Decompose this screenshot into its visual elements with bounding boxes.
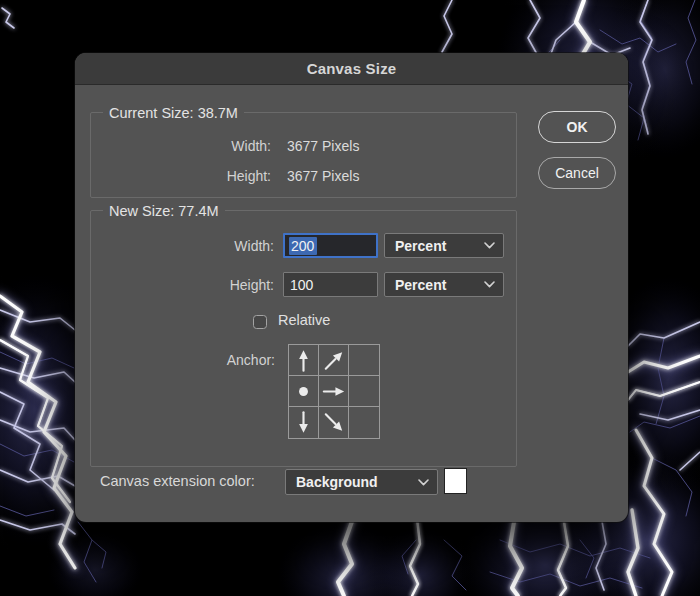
current-width-row: Width: 3677 Pixels	[91, 137, 516, 155]
new-height-label: Height:	[91, 276, 274, 294]
anchor-cell-bottom-left[interactable]	[289, 407, 319, 438]
arrow-right-icon	[319, 376, 348, 407]
width-unit-select[interactable]: Percent	[384, 233, 504, 258]
anchor-cell-top-center[interactable]	[319, 345, 349, 376]
anchor-cell-middle-center[interactable]	[319, 376, 349, 407]
anchor-cell-top-left[interactable]	[289, 345, 319, 376]
new-size-group: New Size: 77.4M Width: 200 Percent Heigh…	[90, 210, 517, 467]
anchor-dot-icon	[289, 376, 318, 407]
chevron-down-icon	[418, 479, 429, 486]
current-width-label: Width:	[91, 137, 271, 155]
height-unit-select[interactable]: Percent	[384, 272, 504, 297]
width-unit-value: Percent	[395, 238, 446, 254]
arrow-down-icon	[289, 407, 318, 438]
dialog-title: Canvas Size	[307, 60, 397, 77]
arrow-up-icon	[289, 345, 318, 376]
arrow-down-right-icon	[319, 407, 348, 438]
current-size-group: Current Size: 38.7M Width: 3677 Pixels H…	[90, 112, 517, 198]
new-width-label: Width:	[91, 237, 274, 255]
desktop-background: Canvas Size Current Size: 38.7M Width: 3…	[0, 0, 700, 596]
chevron-down-icon	[484, 242, 495, 249]
new-size-legend: New Size: 77.4M	[103, 201, 225, 221]
canvas-extension-color-label: Canvas extension color:	[100, 473, 255, 489]
height-input[interactable]: 100	[283, 272, 378, 297]
current-height-row: Height: 3677 Pixels	[91, 167, 516, 185]
anchor-cell-bottom-center[interactable]	[319, 407, 349, 438]
anchor-cell-top-right[interactable]	[349, 345, 379, 376]
extension-color-swatch[interactable]	[444, 468, 467, 494]
current-size-legend: Current Size: 38.7M	[103, 103, 244, 123]
canvas-extension-color-select[interactable]: Background	[285, 469, 438, 495]
canvas-size-dialog: Canvas Size Current Size: 38.7M Width: 3…	[75, 53, 628, 522]
anchor-cell-middle-left[interactable]	[289, 376, 319, 407]
arrow-up-right-icon	[319, 345, 348, 376]
anchor-grid	[288, 344, 380, 439]
current-width-value: 3677 Pixels	[287, 137, 359, 155]
chevron-down-icon	[484, 281, 495, 288]
dialog-titlebar[interactable]: Canvas Size	[75, 53, 628, 85]
anchor-label: Anchor:	[91, 351, 275, 369]
ok-button[interactable]: OK	[538, 111, 616, 143]
cancel-button[interactable]: Cancel	[538, 157, 616, 189]
anchor-cell-bottom-right[interactable]	[349, 407, 379, 438]
canvas-extension-color-value: Background	[296, 474, 378, 490]
current-height-label: Height:	[91, 167, 271, 185]
current-height-value: 3677 Pixels	[287, 167, 359, 185]
relative-checkbox[interactable]	[253, 315, 267, 329]
height-input-text: 100	[290, 277, 313, 293]
height-unit-value: Percent	[395, 277, 446, 293]
anchor-cell-middle-right[interactable]	[349, 376, 379, 407]
width-input-selected-text: 200	[289, 237, 317, 255]
width-input[interactable]: 200	[283, 233, 378, 258]
relative-label: Relative	[278, 312, 330, 328]
